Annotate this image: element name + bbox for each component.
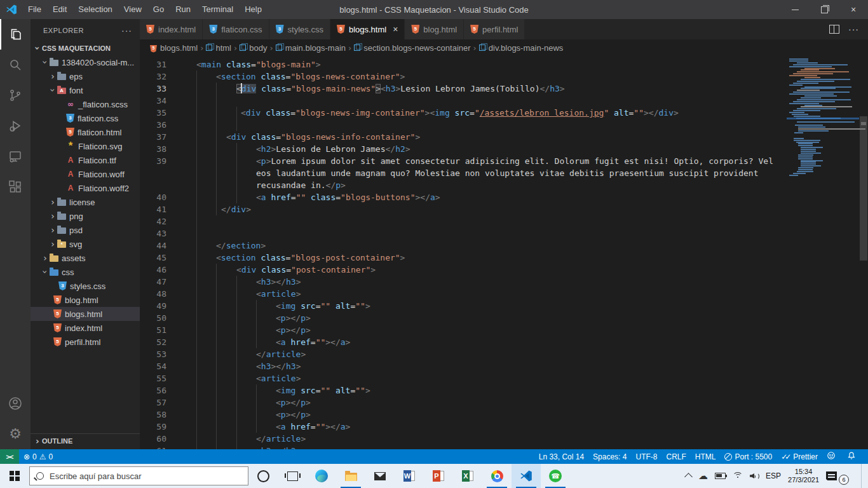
- restore-button[interactable]: [810, 0, 839, 19]
- status-spaces-4[interactable]: Spaces: 4: [588, 449, 631, 464]
- taskbar-app-whatsapp[interactable]: ☎: [541, 464, 570, 488]
- volume-icon[interactable]: [750, 472, 759, 480]
- breadcrumb-item[interactable]: body: [240, 43, 267, 53]
- cortana-button[interactable]: [248, 464, 278, 488]
- activity-search-icon[interactable]: [0, 50, 31, 80]
- taskbar-clock[interactable]: 15:34 27/3/2021: [788, 468, 819, 484]
- action-center-icon[interactable]: [826, 471, 837, 480]
- tree-item-label: _flaticon.scss: [78, 100, 128, 109]
- menu-help[interactable]: Help: [239, 0, 268, 19]
- tree-item-label: assets: [62, 254, 86, 263]
- outline-section[interactable]: › OUTLINE: [31, 433, 140, 448]
- tree-item-flaticon-html[interactable]: 5flaticon.html: [31, 125, 140, 139]
- taskbar-app-chrome[interactable]: [482, 464, 512, 488]
- problems-indicator[interactable]: ⊗ 0 ⚠ 0: [19, 449, 57, 464]
- hidden-icons-chevron[interactable]: [684, 473, 693, 481]
- tab-styles-css[interactable]: 3styles.css: [269, 19, 330, 39]
- taskbar-app-edge[interactable]: [307, 464, 336, 488]
- tree-item-license[interactable]: ›license: [31, 195, 140, 209]
- onedrive-icon[interactable]: ☁: [698, 470, 708, 482]
- close-button[interactable]: ×: [839, 0, 868, 19]
- tab-index-html[interactable]: 5index.html: [140, 19, 203, 39]
- activity-run-debug-icon[interactable]: [0, 111, 31, 141]
- taskbar-app-powerpoint[interactable]: P: [424, 464, 453, 488]
- status-ln-33-col-14[interactable]: Ln 33, Col 14: [534, 449, 588, 464]
- taskbar-app-mail[interactable]: [365, 464, 395, 488]
- menu-go[interactable]: Go: [147, 0, 170, 19]
- activity-source-control-icon[interactable]: [0, 80, 31, 111]
- tree-item-assets[interactable]: ›assets: [31, 251, 140, 265]
- minimap[interactable]: [787, 56, 859, 449]
- taskbar-search-input[interactable]: Escribe aquí para buscar: [29, 466, 248, 485]
- close-tab-icon[interactable]: ×: [393, 24, 398, 34]
- tree-item-flaticon-ttf[interactable]: AFlaticon.ttf: [31, 153, 140, 167]
- tree-item--flaticon-scss[interactable]: ∞_flaticon.scss: [31, 97, 140, 111]
- line-number: 49: [140, 300, 177, 312]
- minimap-line: [797, 90, 820, 91]
- taskbar-app-explorer[interactable]: [336, 464, 365, 488]
- tree-item-flaticon-woff2[interactable]: AFlaticon.woff2: [31, 181, 140, 195]
- tree-item-css[interactable]: ›css: [31, 265, 140, 279]
- status-crlf[interactable]: CRLF: [661, 449, 690, 464]
- tree-item-eps[interactable]: ›eps: [31, 69, 140, 83]
- tree-item-font[interactable]: ›Afont: [31, 83, 140, 97]
- breadcrumb-item[interactable]: main.blogs-main: [276, 43, 346, 53]
- task-view-button[interactable]: [278, 464, 307, 488]
- battery-icon[interactable]: [715, 473, 726, 479]
- language-indicator[interactable]: ESP: [766, 471, 781, 480]
- editor-scrollbar[interactable]: [859, 56, 868, 449]
- taskbar-app-excel[interactable]: X: [453, 464, 482, 488]
- breadcrumb-item[interactable]: 5blogs.html: [149, 43, 198, 53]
- activity-settings-icon[interactable]: ⚙: [0, 419, 31, 449]
- menu-file[interactable]: File: [22, 0, 47, 19]
- split-editor-icon[interactable]: [829, 25, 839, 34]
- taskbar-app-vscode[interactable]: [512, 464, 541, 488]
- tab-blogs-html[interactable]: 5blogs.html×: [330, 19, 405, 39]
- status-prettier[interactable]: ✓✓Prettier: [776, 449, 822, 464]
- code-editor[interactable]: 31<main class="blogs-main">32<section cl…: [140, 56, 868, 449]
- scrollbar-thumb[interactable]: [860, 116, 867, 261]
- minimize-button[interactable]: [780, 0, 810, 19]
- menu-edit[interactable]: Edit: [47, 0, 72, 19]
- tree-item-flaticon-svg[interactable]: *Flaticon.svg: [31, 139, 140, 153]
- menu-selection[interactable]: Selection: [72, 0, 118, 19]
- menu-view[interactable]: View: [118, 0, 147, 19]
- explorer-more-actions-icon[interactable]: ···: [121, 25, 132, 36]
- tree-item-svg[interactable]: ›*svg: [31, 237, 140, 251]
- breadcrumb-item[interactable]: section.blogs-news-container: [354, 43, 470, 53]
- start-button[interactable]: [0, 464, 29, 488]
- workspace-root[interactable]: › CSS MAQUETACION: [31, 41, 140, 55]
- status-feedback[interactable]: [822, 449, 843, 464]
- tree-item-psd[interactable]: ›psd: [31, 223, 140, 237]
- tree-item-perfil-html[interactable]: 5perfil.html: [31, 335, 140, 349]
- tab-blog-html[interactable]: 5blog.html: [405, 19, 464, 39]
- tree-item-blogs-html[interactable]: 5blogs.html: [31, 307, 140, 321]
- editor-more-actions-icon[interactable]: ···: [848, 24, 859, 34]
- tree-item-flaticon-woff[interactable]: AFlaticon.woff: [31, 167, 140, 181]
- status-html[interactable]: HTML: [691, 449, 721, 464]
- code-line: 34: [140, 95, 785, 107]
- wifi-icon[interactable]: [733, 472, 743, 480]
- tree-item-flaticon-css[interactable]: 3flaticon.css: [31, 111, 140, 125]
- status-bell[interactable]: [843, 449, 863, 464]
- tab-flaticon-css[interactable]: 3flaticon.css: [203, 19, 269, 39]
- show-desktop-button[interactable]: [861, 464, 864, 488]
- status-port-5500[interactable]: Port : 5500: [720, 449, 776, 464]
- tree-item-blog-html[interactable]: 5blog.html: [31, 293, 140, 307]
- taskbar-app-word[interactable]: W: [395, 464, 424, 488]
- activity-explorer-icon[interactable]: [0, 19, 31, 50]
- breadcrumb-item[interactable]: div.blogs-main-news: [479, 43, 564, 53]
- activity-remote-explorer-icon[interactable]: [0, 141, 31, 172]
- tree-item-index-html[interactable]: 5index.html: [31, 321, 140, 335]
- status-utf-8[interactable]: UTF-8: [631, 449, 661, 464]
- tab-perfil-html[interactable]: 5perfil.html: [464, 19, 525, 39]
- menu-terminal[interactable]: Terminal: [196, 0, 239, 19]
- tree-item-1384020-social-m-[interactable]: ›1384020-social-m...: [31, 55, 140, 69]
- activity-account-icon[interactable]: [0, 388, 31, 419]
- menu-run[interactable]: Run: [170, 0, 196, 19]
- breadcrumb-item[interactable]: html: [206, 43, 231, 53]
- remote-indicator[interactable]: ><: [0, 449, 19, 464]
- tree-item-styles-css[interactable]: 3styles.css: [31, 279, 140, 293]
- tree-item-png[interactable]: ›png: [31, 209, 140, 223]
- activity-extensions-icon[interactable]: [0, 172, 31, 202]
